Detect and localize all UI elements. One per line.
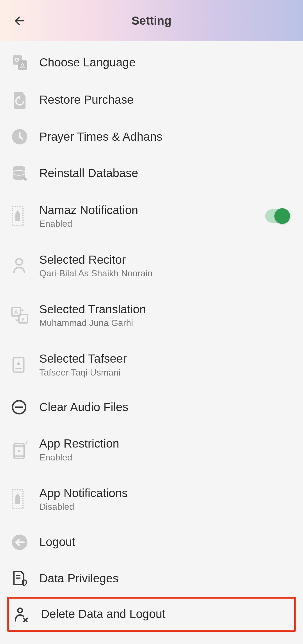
row-label: Reinstall Database xyxy=(39,166,292,180)
row-app-restriction[interactable]: zz App Restriction Enabled xyxy=(0,425,303,474)
phone-sleep-icon: zz xyxy=(11,440,39,460)
svg-text:G: G xyxy=(15,56,19,63)
minus-circle-icon xyxy=(11,399,39,415)
row-clear-audio[interactable]: Clear Audio Files xyxy=(0,390,303,425)
row-label: Restore Purchase xyxy=(39,93,292,107)
row-data-privileges[interactable]: Data Privileges xyxy=(0,560,303,597)
logout-icon xyxy=(11,534,39,551)
settings-list: G文 Choose Language Restore Purchase Pray… xyxy=(0,41,303,632)
svg-point-11 xyxy=(16,259,22,265)
row-sublabel: Enabled xyxy=(39,218,265,229)
user-remove-icon xyxy=(13,606,41,622)
namaz-notification-toggle[interactable] xyxy=(265,209,289,223)
svg-text:文: 文 xyxy=(19,62,26,68)
row-label: Selected Translation xyxy=(39,302,292,316)
translation-icon: Aع xyxy=(11,307,39,324)
row-app-notifications[interactable]: App Notifications Disabled xyxy=(0,474,303,524)
row-reinstall-database[interactable]: ! Reinstall Database xyxy=(0,155,303,191)
row-label: Prayer Times & Adhans xyxy=(39,130,292,144)
database-icon: ! xyxy=(11,165,39,182)
row-label: Selected Recitor xyxy=(39,253,292,267)
row-selected-translation[interactable]: Aع Selected Translation Muhammad Juna Ga… xyxy=(0,291,303,340)
document-shield-icon xyxy=(11,570,39,587)
svg-point-31 xyxy=(18,608,22,613)
row-label: Selected Tafseer xyxy=(39,352,292,366)
row-sublabel: Muhammad Juna Garhi xyxy=(39,318,292,328)
prayer-mat-icon xyxy=(11,205,39,227)
clock-icon xyxy=(11,128,39,145)
svg-text:A: A xyxy=(14,309,18,315)
row-namaz-notification[interactable]: Namaz Notification Enabled xyxy=(0,191,303,241)
svg-text:z: z xyxy=(27,440,28,442)
page-title: Setting xyxy=(132,14,171,27)
row-label: Clear Audio Files xyxy=(39,400,292,414)
row-label: Data Privileges xyxy=(39,571,292,585)
translate-icon: G文 xyxy=(11,54,39,71)
row-sublabel: Tafseer Taqi Usmani xyxy=(39,367,292,378)
row-selected-recitor[interactable]: Selected Recitor Qari-Bilal As Shaikh No… xyxy=(0,241,303,291)
svg-rect-23 xyxy=(18,450,20,452)
row-label: Delete Data and Logout xyxy=(41,607,290,621)
row-sublabel: Disabled xyxy=(39,501,292,512)
row-label: App Notifications xyxy=(39,486,292,500)
book-icon xyxy=(11,356,39,373)
row-sublabel: Qari-Bilal As Shaikh Noorain xyxy=(39,268,292,279)
svg-text:ع: ع xyxy=(22,316,25,322)
row-label: Namaz Notification xyxy=(39,203,265,217)
toggle-knob xyxy=(274,208,290,224)
restore-icon xyxy=(11,91,39,109)
svg-text:!: ! xyxy=(25,176,27,182)
row-label: Choose Language xyxy=(39,55,292,70)
person-icon xyxy=(11,257,39,274)
row-sublabel: Enabled xyxy=(39,452,292,463)
row-choose-language[interactable]: G文 Choose Language xyxy=(0,44,303,81)
row-delete-data-logout[interactable]: Delete Data and Logout xyxy=(7,597,296,632)
row-label: App Restriction xyxy=(39,437,292,451)
row-prayer-times[interactable]: Prayer Times & Adhans xyxy=(0,119,303,155)
back-arrow-icon xyxy=(13,15,26,27)
row-selected-tafseer[interactable]: Selected Tafseer Tafseer Taqi Usmani xyxy=(0,340,303,390)
row-label: Logout xyxy=(39,535,292,549)
prayer-mat-icon xyxy=(11,488,39,510)
row-restore-purchase[interactable]: Restore Purchase xyxy=(0,81,303,119)
row-logout[interactable]: Logout xyxy=(0,524,303,560)
header: Setting xyxy=(0,0,303,41)
back-button[interactable] xyxy=(11,12,28,29)
